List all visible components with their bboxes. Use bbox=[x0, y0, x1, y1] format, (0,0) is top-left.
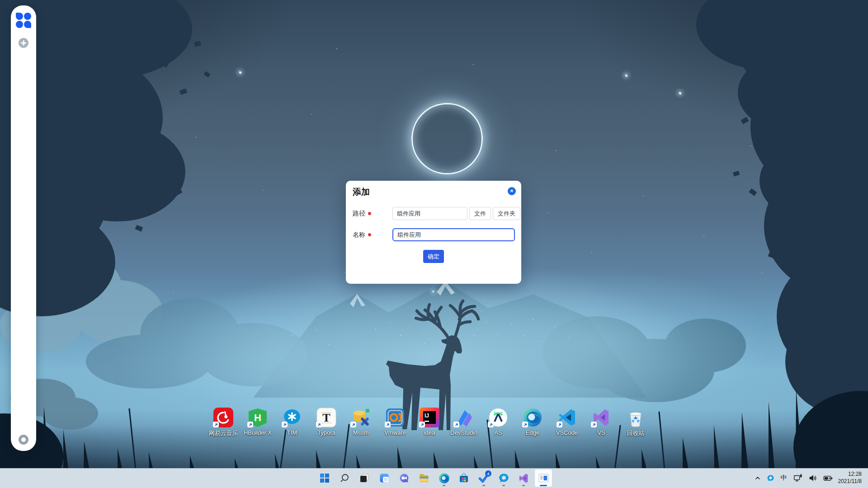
visual-studio-icon bbox=[591, 407, 612, 428]
tray-clock[interactable]: 12:28 2021/11/8 bbox=[838, 471, 862, 485]
desktop-icon-android-studio[interactable]: AS bbox=[481, 407, 515, 437]
desktop-icon-visual-studio[interactable]: VS bbox=[584, 407, 618, 437]
edge-taskbar-button[interactable] bbox=[435, 469, 453, 487]
mssm-icon bbox=[350, 407, 371, 428]
desktop-icon-label: 网易云音乐 bbox=[209, 429, 238, 437]
edge-icon bbox=[522, 407, 543, 428]
system-tray: 中 12:28 2021/11 bbox=[754, 468, 868, 488]
desktop-icon-label: VSCode bbox=[556, 429, 578, 436]
store-icon bbox=[458, 473, 469, 483]
desktop-icon-edge[interactable]: Edge bbox=[515, 407, 550, 437]
bright-star bbox=[679, 92, 681, 94]
desktop-icon-netease-music[interactable]: 网易云音乐 bbox=[206, 407, 241, 437]
distant-lights bbox=[0, 0, 1, 0]
add-button[interactable] bbox=[19, 38, 28, 48]
windows-logo-icon bbox=[319, 473, 330, 483]
android-studio-icon bbox=[488, 407, 509, 428]
tim-taskbar-button[interactable] bbox=[495, 469, 513, 487]
logo-petal bbox=[16, 13, 23, 20]
desktop-icon-label: Edge bbox=[526, 429, 539, 436]
name-label: 名称 bbox=[353, 231, 365, 239]
visual-studio-taskbar-button[interactable] bbox=[514, 469, 533, 487]
tray-network-button[interactable] bbox=[793, 473, 803, 483]
desktop-icon-tim[interactable]: TIM bbox=[275, 407, 309, 437]
close-icon[interactable]: ✕ bbox=[508, 187, 516, 195]
file-button[interactable]: 文件 bbox=[469, 207, 491, 220]
shortcut-arrow-icon bbox=[385, 422, 391, 427]
shortcut-arrow-icon bbox=[522, 422, 528, 427]
shortcut-arrow-icon bbox=[419, 422, 425, 427]
task-view-icon bbox=[359, 473, 370, 483]
desktop-icon-label: AS bbox=[494, 429, 502, 436]
svg-text:IJ: IJ bbox=[425, 413, 429, 419]
shortcut-arrow-icon bbox=[557, 422, 562, 427]
desktop-icon-recycle-bin[interactable]: 回收站 bbox=[618, 407, 653, 437]
desktop-icon-row: 网易云音乐 H HBuilder X TIM T Typora bbox=[206, 407, 653, 437]
file-explorer-button[interactable] bbox=[415, 469, 433, 487]
devstudio-icon bbox=[453, 407, 474, 428]
desktop-icon-label: DevStudio bbox=[450, 429, 477, 436]
logo-petal bbox=[24, 21, 31, 28]
chevron-up-icon bbox=[755, 475, 761, 481]
visual-studio-icon bbox=[518, 473, 529, 484]
shortcut-arrow-icon bbox=[453, 422, 459, 427]
desktop-icon-label: 回收站 bbox=[627, 429, 645, 437]
netease-music-icon bbox=[213, 407, 234, 428]
desktop-icon-devstudio[interactable]: DevStudio bbox=[447, 407, 481, 437]
active-app-taskbar-button[interactable] bbox=[534, 469, 552, 487]
microsoft-store-button[interactable] bbox=[455, 469, 473, 487]
desktop-icon-typora[interactable]: T Typora bbox=[309, 407, 344, 437]
tray-tim-button[interactable] bbox=[766, 474, 775, 483]
launcher-sidebar bbox=[11, 5, 36, 451]
required-dot bbox=[368, 212, 371, 215]
search-button[interactable] bbox=[335, 469, 354, 487]
launcher-logo-button[interactable] bbox=[16, 13, 31, 28]
tray-date: 2021/11/8 bbox=[838, 478, 862, 485]
desktop-icon-label: Mssm bbox=[353, 429, 369, 436]
task-view-button[interactable] bbox=[355, 469, 373, 487]
network-icon bbox=[793, 474, 802, 483]
widgets-button[interactable] bbox=[375, 469, 393, 487]
path-input[interactable] bbox=[392, 207, 467, 220]
shortcut-arrow-icon bbox=[488, 422, 494, 427]
mountain-glint bbox=[432, 291, 434, 292]
typora-icon: T bbox=[316, 407, 337, 428]
sidebar-bottom-button[interactable] bbox=[19, 435, 28, 445]
desktop-icon-label: idea bbox=[424, 429, 435, 436]
desktop-icon-idea[interactable]: IJ idea bbox=[412, 407, 447, 437]
notification-badge: 4 bbox=[485, 470, 491, 477]
name-field-row: 名称 bbox=[353, 228, 515, 241]
tim-icon bbox=[767, 474, 774, 482]
chat-button[interactable] bbox=[395, 469, 413, 487]
chat-icon bbox=[399, 473, 410, 483]
active-window-icon bbox=[538, 473, 549, 484]
desktop-icon-label: Vmware bbox=[384, 429, 406, 436]
required-dot bbox=[368, 233, 371, 236]
bright-star bbox=[239, 71, 241, 73]
tray-time: 12:28 bbox=[838, 471, 862, 478]
svg-text:T: T bbox=[322, 411, 330, 424]
desktop-icon-vscode[interactable]: VSCode bbox=[550, 407, 584, 437]
tray-volume-button[interactable] bbox=[807, 473, 818, 483]
taskbar: 4 bbox=[0, 468, 868, 488]
desktop-icon-mssm[interactable]: Mssm bbox=[344, 407, 378, 437]
desktop-icon-label: TIM bbox=[287, 429, 297, 436]
svg-text:H: H bbox=[254, 412, 261, 423]
tray-ime-indicator[interactable]: 中 bbox=[779, 473, 788, 483]
check-app-taskbar-button[interactable]: 4 bbox=[475, 469, 493, 487]
name-input[interactable] bbox=[392, 228, 515, 241]
start-button[interactable] bbox=[316, 469, 334, 487]
tray-chevron-button[interactable] bbox=[754, 474, 762, 482]
folder-button[interactable]: 文件夹 bbox=[493, 207, 520, 220]
intellij-idea-icon: IJ bbox=[419, 407, 440, 428]
path-field-row: 路径 文件 文件夹 bbox=[353, 207, 515, 220]
desktop-icon-vmware[interactable]: Vmware bbox=[378, 407, 412, 437]
desktop-icon-label: VS bbox=[597, 429, 605, 436]
confirm-button[interactable]: 确定 bbox=[423, 250, 444, 263]
vmware-icon bbox=[385, 407, 406, 428]
file-explorer-icon bbox=[419, 473, 429, 483]
desktop-icon-hbuilderx[interactable]: H HBuilder X bbox=[241, 407, 275, 437]
widgets-icon bbox=[379, 473, 390, 483]
tray-battery-button[interactable] bbox=[822, 473, 834, 483]
hbuilderx-icon: H bbox=[247, 407, 268, 428]
